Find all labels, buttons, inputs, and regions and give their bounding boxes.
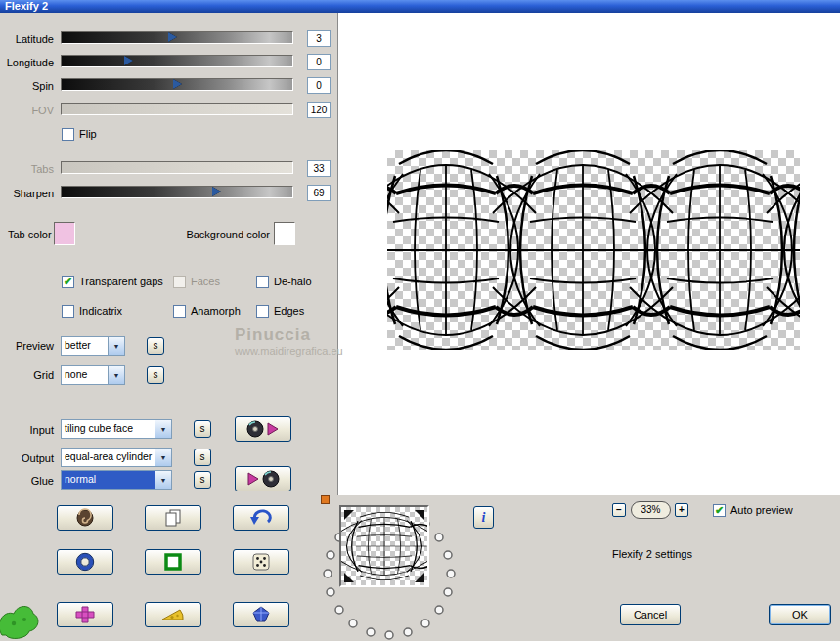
latitude-value[interactable]: 3 bbox=[307, 30, 331, 47]
sharpen-slider[interactable] bbox=[61, 186, 293, 198]
flip-checkbox[interactable]: Flip bbox=[62, 127, 97, 141]
spin-row: Spin 0 bbox=[0, 77, 332, 95]
copy-page-button[interactable] bbox=[145, 505, 201, 531]
flexify-dialog: Flexify 2 bbox=[0, 0, 840, 641]
dehalo-checkbox[interactable]: De-halo bbox=[256, 275, 312, 288]
transparent-gaps-checkbox[interactable]: ✔ Transparent gaps bbox=[62, 275, 163, 288]
latitude-slider-thumb[interactable] bbox=[168, 32, 177, 42]
copy-page-icon bbox=[162, 508, 184, 528]
check-icon: ✔ bbox=[715, 505, 724, 516]
anamorph-checkbox[interactable]: Anamorph bbox=[173, 304, 241, 318]
spin-slider[interactable] bbox=[61, 78, 293, 91]
shell-button[interactable] bbox=[57, 505, 113, 531]
spin-value[interactable]: 0 bbox=[307, 77, 331, 94]
input-combo[interactable]: tiling cube face ▼ bbox=[61, 419, 172, 439]
output-combo-label: Output bbox=[0, 452, 54, 464]
preview-s-button[interactable]: s bbox=[147, 337, 164, 355]
output-combo[interactable]: equal-area cylinder ▼ bbox=[61, 448, 172, 467]
shell-icon bbox=[73, 508, 97, 528]
zoom-in-button[interactable]: + bbox=[675, 503, 688, 517]
zoom-out-button[interactable]: − bbox=[612, 503, 626, 517]
chevron-down-icon[interactable]: ▼ bbox=[108, 366, 124, 384]
ring-button[interactable] bbox=[57, 549, 113, 575]
plus-blocks-button[interactable] bbox=[57, 602, 113, 627]
faces-checkbox-box bbox=[173, 276, 186, 288]
latitude-label: Latitude bbox=[0, 33, 54, 45]
auto-preview-checkbox[interactable]: ✔ Auto preview bbox=[713, 503, 793, 517]
plus-blocks-icon bbox=[73, 605, 97, 624]
tabs-value[interactable]: 33 bbox=[307, 160, 331, 177]
arrow-disc-button[interactable] bbox=[235, 466, 291, 491]
preview-combo-value: better bbox=[62, 337, 108, 355]
preview-combo-label: Preview bbox=[0, 340, 54, 352]
dice-icon bbox=[249, 552, 273, 572]
input-s-button[interactable]: s bbox=[194, 420, 211, 438]
preview-combo[interactable]: better ▼ bbox=[61, 336, 125, 356]
output-s-button[interactable]: s bbox=[194, 449, 211, 466]
dice-button[interactable] bbox=[233, 549, 289, 575]
sharpen-slider-thumb[interactable] bbox=[212, 187, 221, 196]
chevron-down-icon[interactable]: ▼ bbox=[155, 449, 171, 466]
grid-combo-value: none bbox=[62, 366, 108, 384]
info-button[interactable]: i bbox=[473, 506, 494, 529]
glue-combo-label: Glue bbox=[0, 475, 54, 487]
flip-checkbox-box[interactable] bbox=[62, 128, 74, 141]
anamorph-label: Anamorph bbox=[191, 305, 241, 317]
undo-button[interactable] bbox=[233, 505, 289, 531]
dehalo-label: De-halo bbox=[274, 276, 312, 287]
watermark-url: www.maidiregrafica.eu bbox=[235, 345, 343, 357]
tabs-row: Tabs 33 bbox=[0, 160, 332, 178]
chevron-down-icon[interactable]: ▼ bbox=[108, 337, 124, 355]
latitude-row: Latitude 3 bbox=[0, 30, 332, 48]
cancel-button[interactable]: Cancel bbox=[620, 604, 681, 625]
indicatrix-checkbox-box[interactable] bbox=[62, 305, 74, 318]
grid-combo[interactable]: none ▼ bbox=[61, 365, 125, 385]
sharpen-value[interactable]: 69 bbox=[307, 185, 331, 201]
glue-s-button[interactable]: s bbox=[194, 471, 211, 489]
chevron-down-icon[interactable]: ▼ bbox=[155, 471, 171, 489]
main-preview bbox=[337, 13, 840, 495]
gem-icon bbox=[249, 605, 273, 624]
latitude-slider[interactable] bbox=[61, 31, 293, 44]
longitude-value[interactable]: 0 bbox=[307, 54, 331, 70]
cheese-button[interactable] bbox=[145, 602, 201, 627]
longitude-slider[interactable] bbox=[61, 55, 293, 67]
background-color-swatch[interactable] bbox=[274, 222, 295, 245]
edges-checkbox-box[interactable] bbox=[256, 305, 269, 318]
transparent-gaps-checkbox-box[interactable]: ✔ bbox=[62, 276, 74, 288]
tabs-slider bbox=[61, 161, 293, 174]
chevron-down-icon[interactable]: ▼ bbox=[155, 420, 171, 438]
thumbnail-preview[interactable] bbox=[339, 505, 429, 587]
dehalo-checkbox-box[interactable] bbox=[256, 276, 269, 288]
sharpen-row: Sharpen 69 bbox=[0, 185, 332, 202]
longitude-row: Longitude 0 bbox=[0, 54, 332, 71]
tab-color-swatch[interactable] bbox=[54, 222, 75, 245]
gem-button[interactable] bbox=[233, 602, 289, 627]
output-combo-value: equal-area cylinder bbox=[62, 449, 155, 466]
ring-icon bbox=[73, 552, 97, 572]
longitude-slider-thumb[interactable] bbox=[124, 56, 133, 65]
edges-label: Edges bbox=[274, 305, 304, 317]
sharpen-label: Sharpen bbox=[0, 188, 54, 199]
ok-button[interactable]: OK bbox=[769, 604, 831, 625]
spin-slider-thumb[interactable] bbox=[173, 79, 182, 89]
glue-combo[interactable]: normal ▼ bbox=[61, 470, 172, 490]
zoom-level[interactable]: 33% bbox=[631, 501, 671, 519]
edges-checkbox[interactable]: Edges bbox=[256, 304, 304, 318]
green-square-button[interactable] bbox=[145, 549, 201, 575]
flip-label: Flip bbox=[79, 128, 97, 140]
tab-color-label: Tab color bbox=[8, 229, 52, 240]
check-icon: ✔ bbox=[64, 277, 72, 287]
disc-arrow-icon bbox=[245, 419, 281, 439]
watermark-name: Pinuccia bbox=[235, 325, 311, 345]
indicatrix-checkbox[interactable]: Indicatrix bbox=[62, 304, 122, 318]
anamorph-checkbox-box[interactable] bbox=[173, 305, 186, 318]
undo-arrow-icon bbox=[249, 508, 273, 528]
cheese-icon bbox=[160, 605, 186, 624]
auto-preview-label: Auto preview bbox=[730, 504, 793, 516]
fov-value[interactable]: 120 bbox=[307, 102, 331, 118]
auto-preview-checkbox-box[interactable]: ✔ bbox=[713, 504, 726, 517]
grid-s-button[interactable]: s bbox=[147, 366, 164, 384]
title-bar[interactable]: Flexify 2 bbox=[0, 0, 840, 13]
disc-arrow-button[interactable] bbox=[235, 416, 291, 442]
